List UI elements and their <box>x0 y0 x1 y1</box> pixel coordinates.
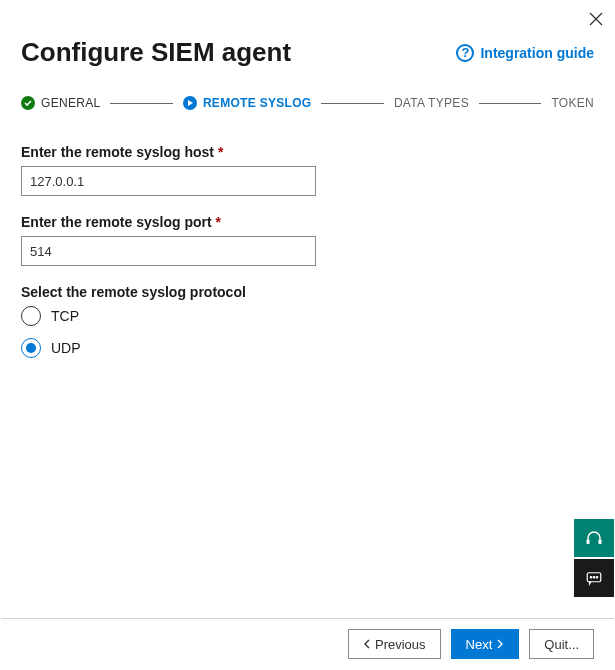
protocol-udp-radio[interactable]: UDP <box>21 338 594 358</box>
radio-icon <box>21 306 41 326</box>
headset-icon <box>585 529 603 547</box>
next-button-label: Next <box>466 637 493 652</box>
host-input[interactable] <box>21 166 316 196</box>
quit-button[interactable]: Quit... <box>529 629 594 659</box>
quit-button-label: Quit... <box>544 637 579 652</box>
chat-icon <box>585 569 603 587</box>
close-button[interactable] <box>584 7 608 31</box>
port-label-text: Enter the remote syslog port <box>21 214 212 230</box>
protocol-udp-label: UDP <box>51 340 81 356</box>
port-label: Enter the remote syslog port * <box>21 214 594 230</box>
wizard-stepper: GENERAL REMOTE SYSLOG DATA TYPES TOKEN <box>21 96 594 110</box>
step-divider <box>110 103 172 104</box>
protocol-label-text: Select the remote syslog protocol <box>21 284 246 300</box>
svg-point-8 <box>596 577 598 579</box>
svg-rect-3 <box>587 540 590 545</box>
step-remote-syslog: REMOTE SYSLOG <box>183 96 312 110</box>
host-label-text: Enter the remote syslog host <box>21 144 214 160</box>
previous-button[interactable]: Previous <box>348 629 441 659</box>
check-icon <box>21 96 35 110</box>
step-token-label: TOKEN <box>551 96 594 110</box>
step-data-types-label: DATA TYPES <box>394 96 469 110</box>
chevron-right-icon <box>496 639 504 649</box>
integration-guide-link[interactable]: ? Integration guide <box>456 44 594 62</box>
chat-tab[interactable] <box>574 559 614 597</box>
step-token: TOKEN <box>551 96 594 110</box>
step-general: GENERAL <box>21 96 100 110</box>
previous-button-label: Previous <box>375 637 426 652</box>
radio-icon <box>21 338 41 358</box>
svg-point-7 <box>593 577 595 579</box>
svg-marker-2 <box>188 100 193 106</box>
step-divider <box>321 103 383 104</box>
protocol-tcp-radio[interactable]: TCP <box>21 306 594 326</box>
chevron-left-icon <box>363 639 371 649</box>
protocol-tcp-label: TCP <box>51 308 79 324</box>
integration-guide-label: Integration guide <box>480 45 594 61</box>
step-general-label: GENERAL <box>41 96 100 110</box>
required-asterisk-icon: * <box>218 144 223 160</box>
svg-rect-4 <box>599 540 602 545</box>
step-remote-syslog-label: REMOTE SYSLOG <box>203 96 312 110</box>
next-button[interactable]: Next <box>451 629 520 659</box>
dialog-title: Configure SIEM agent <box>21 37 291 68</box>
feedback-tab[interactable] <box>574 519 614 557</box>
step-data-types: DATA TYPES <box>394 96 469 110</box>
port-input[interactable] <box>21 236 316 266</box>
host-label: Enter the remote syslog host * <box>21 144 594 160</box>
play-icon <box>183 96 197 110</box>
wizard-footer: Previous Next Quit... <box>1 618 614 669</box>
required-asterisk-icon: * <box>216 214 221 230</box>
svg-point-6 <box>590 577 592 579</box>
help-icon: ? <box>456 44 474 62</box>
step-divider <box>479 103 541 104</box>
protocol-label: Select the remote syslog protocol <box>21 284 594 300</box>
